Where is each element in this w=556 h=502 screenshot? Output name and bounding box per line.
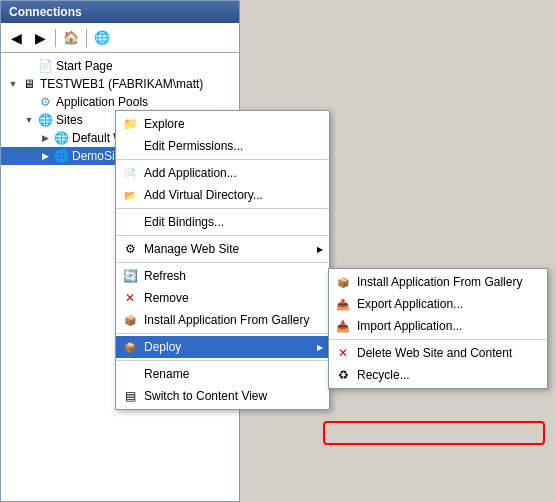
home-button[interactable]: 🏠	[60, 27, 82, 49]
separator-4	[116, 262, 329, 263]
menu-add-application[interactable]: 📄 Add Application...	[116, 162, 329, 184]
export-icon: 📤	[335, 296, 351, 312]
menu-switch-content[interactable]: ▤ Switch to Content View	[116, 385, 329, 407]
submenu-install-icon: 📦	[335, 274, 351, 290]
menu-remove[interactable]: ✕ Remove	[116, 287, 329, 309]
install-icon: 📦	[122, 312, 138, 328]
default-site-icon: 🌐	[53, 130, 69, 146]
forward-button[interactable]: ▶	[29, 27, 51, 49]
menu-deploy[interactable]: 📦 Deploy	[116, 336, 329, 358]
toolbar-separator-1	[55, 29, 56, 47]
separator-3	[116, 235, 329, 236]
submenu-export-app[interactable]: 📤 Export Application...	[329, 293, 547, 315]
server-label: TESTWEB1 (FABRIKAM\matt)	[40, 77, 203, 91]
app-pools-label: Application Pools	[56, 95, 148, 109]
switch-content-label: Switch to Content View	[144, 389, 267, 403]
start-page-label: Start Page	[56, 59, 113, 73]
expander-app-pools	[21, 94, 37, 110]
edit-bindings-label: Edit Bindings...	[144, 215, 224, 229]
explore-label: Explore	[144, 117, 185, 131]
menu-rename[interactable]: Rename	[116, 363, 329, 385]
import-highlight-ring	[323, 421, 545, 445]
refresh-icon: 🔄	[122, 268, 138, 284]
separator-1	[116, 159, 329, 160]
deploy-label: Deploy	[144, 340, 181, 354]
page-icon: 📄	[37, 58, 53, 74]
submenu-separator-1	[329, 339, 547, 340]
menu-edit-bindings[interactable]: Edit Bindings...	[116, 211, 329, 233]
toolbar-separator-2	[86, 29, 87, 47]
import-app-label: Import Application...	[357, 319, 462, 333]
recycle-icon: ♻	[335, 367, 351, 383]
demo-site-icon: 🌐	[53, 148, 69, 164]
panel-title: Connections	[1, 1, 239, 23]
remove-label: Remove	[144, 291, 189, 305]
rename-label: Rename	[144, 367, 189, 381]
import-icon: 📥	[335, 318, 351, 334]
app-pool-icon: ⚙	[37, 94, 53, 110]
add-application-label: Add Application...	[144, 166, 237, 180]
context-menu: 📁 Explore Edit Permissions... 📄 Add Appl…	[115, 110, 330, 410]
separator-5	[116, 333, 329, 334]
menu-edit-permissions[interactable]: Edit Permissions...	[116, 135, 329, 157]
submenu-install-gallery[interactable]: 📦 Install Application From Gallery	[329, 271, 547, 293]
expander-start-page	[21, 58, 37, 74]
expander-sites[interactable]: ▼	[21, 112, 37, 128]
add-vdir-icon: 📂	[122, 187, 138, 203]
menu-install-gallery[interactable]: 📦 Install Application From Gallery	[116, 309, 329, 331]
tree-item-server[interactable]: ▼ 🖥 TESTWEB1 (FABRIKAM\matt)	[1, 75, 239, 93]
sites-label: Sites	[56, 113, 83, 127]
edit-permissions-label: Edit Permissions...	[144, 139, 243, 153]
export-app-label: Export Application...	[357, 297, 463, 311]
menu-explore[interactable]: 📁 Explore	[116, 113, 329, 135]
sites-icon: 🌐	[37, 112, 53, 128]
recycle-label: Recycle...	[357, 368, 410, 382]
back-button[interactable]: ◀	[5, 27, 27, 49]
expander-server[interactable]: ▼	[5, 76, 21, 92]
toolbar: ◀ ▶ 🏠 🌐	[1, 23, 239, 53]
panel-title-text: Connections	[9, 5, 82, 19]
manage-gear-icon: ⚙	[122, 241, 138, 257]
install-gallery-label: Install Application From Gallery	[144, 313, 309, 327]
tree-item-app-pools[interactable]: ⚙ Application Pools	[1, 93, 239, 111]
delete-site-label: Delete Web Site and Content	[357, 346, 512, 360]
server-icon: 🖥	[21, 76, 37, 92]
menu-manage-web-site[interactable]: ⚙ Manage Web Site	[116, 238, 329, 260]
manage-web-site-label: Manage Web Site	[144, 242, 239, 256]
tree-item-start-page[interactable]: 📄 Start Page	[1, 57, 239, 75]
deploy-submenu: 📦 Install Application From Gallery 📤 Exp…	[328, 268, 548, 389]
folder-icon: 📁	[122, 116, 138, 132]
add-virtual-dir-label: Add Virtual Directory...	[144, 188, 263, 202]
separator-6	[116, 360, 329, 361]
remove-icon: ✕	[122, 290, 138, 306]
add-app-icon: 📄	[122, 165, 138, 181]
submenu-delete-site[interactable]: ✕ Delete Web Site and Content	[329, 342, 547, 364]
separator-2	[116, 208, 329, 209]
install-gallery-sub-label: Install Application From Gallery	[357, 275, 522, 289]
menu-refresh[interactable]: 🔄 Refresh	[116, 265, 329, 287]
delete-icon: ✕	[335, 345, 351, 361]
help-button[interactable]: 🌐	[91, 27, 113, 49]
submenu-recycle[interactable]: ♻ Recycle...	[329, 364, 547, 386]
menu-add-virtual-dir[interactable]: 📂 Add Virtual Directory...	[116, 184, 329, 206]
switch-icon: ▤	[122, 388, 138, 404]
expander-default-site[interactable]: ▶	[37, 130, 53, 146]
expander-demo-site[interactable]: ▶	[37, 148, 53, 164]
submenu-import-app[interactable]: 📥 Import Application...	[329, 315, 547, 337]
refresh-label: Refresh	[144, 269, 186, 283]
deploy-icon: 📦	[122, 339, 138, 355]
